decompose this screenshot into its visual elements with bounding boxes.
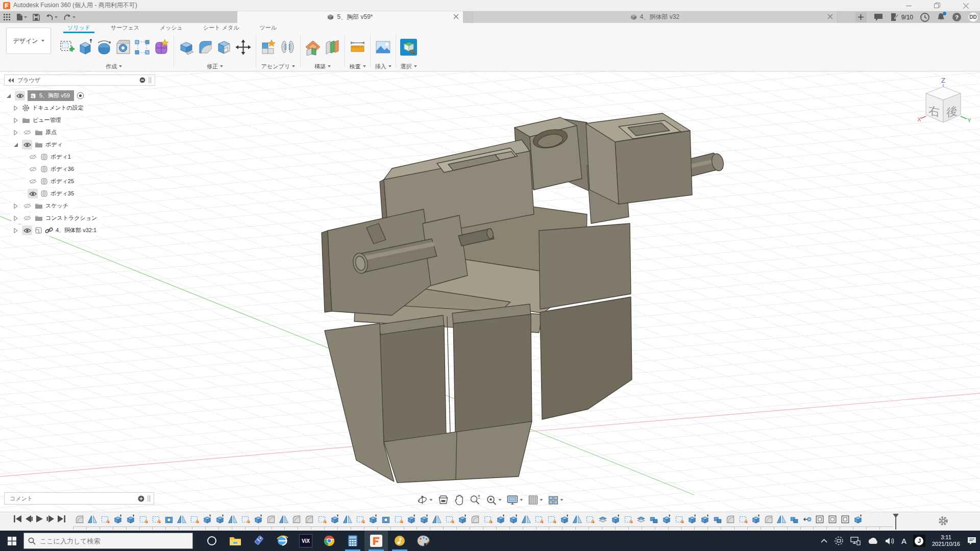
timeline-feature-sketch[interactable] — [99, 514, 111, 525]
group-label-construct[interactable]: 構築 — [314, 62, 331, 71]
timeline-feature-sketch[interactable] — [315, 514, 328, 525]
insert-image-icon[interactable] — [375, 39, 391, 56]
new-tab-button[interactable] — [855, 12, 867, 22]
timeline-feature-sketch[interactable] — [622, 514, 634, 525]
timeline-feature-fillet[interactable] — [73, 514, 86, 525]
undo-button[interactable] — [45, 14, 58, 21]
restore-button[interactable] — [923, 0, 951, 11]
timeline-feature-extrude[interactable] — [201, 514, 213, 525]
timeline-feature-component[interactable] — [813, 514, 826, 525]
joint-icon[interactable] — [279, 39, 296, 56]
timeline-feature-sketch[interactable] — [443, 514, 456, 525]
expanded-triangle-icon[interactable] — [6, 93, 11, 98]
grid-settings[interactable] — [528, 495, 543, 505]
timeline-ruler[interactable] — [73, 527, 893, 530]
tree-row-construction[interactable]: コンストラクション — [11, 212, 101, 224]
tray-virtual-desktop-icon[interactable] — [834, 536, 844, 545]
timeline-feature-extrude[interactable] — [405, 514, 418, 525]
visibility-eye-icon[interactable] — [22, 140, 32, 149]
collapsed-triangle-icon[interactable] — [14, 216, 18, 221]
ribbon-tab-surface[interactable]: サーフェス — [101, 23, 150, 32]
timeline-feature-extrude[interactable] — [328, 514, 341, 525]
collapsed-triangle-icon[interactable] — [14, 228, 18, 233]
ribbon-tab-sheetmetal[interactable]: シート メタル — [193, 23, 249, 32]
visibility-eye-off-icon[interactable] — [22, 201, 32, 211]
timeline-feature-hole[interactable] — [162, 514, 175, 525]
timeline-feature-extrude[interactable] — [558, 514, 571, 525]
collapse-panel-icon[interactable] — [8, 78, 14, 83]
start-button[interactable] — [0, 531, 23, 551]
taskbar-clock[interactable]: 3:11 2021/10/16 — [932, 534, 960, 547]
timeline-feature-extrude[interactable] — [685, 514, 698, 525]
pan-tool[interactable] — [454, 494, 464, 506]
timeline-feature-sketch[interactable] — [481, 514, 494, 525]
fillet-icon[interactable] — [197, 39, 214, 56]
visibility-eye-icon[interactable] — [15, 91, 25, 101]
panel-grip-icon[interactable] — [148, 495, 151, 502]
timeline-go-start-button[interactable] — [13, 515, 22, 523]
timeline-feature-sketch[interactable] — [545, 514, 558, 525]
job-status-clock-icon[interactable] — [920, 13, 929, 22]
timeline-feature-mirror[interactable] — [341, 514, 354, 525]
timeline-feature-extrude[interactable] — [124, 514, 137, 525]
fit-tool[interactable] — [486, 494, 502, 506]
timeline-feature-sketch[interactable] — [137, 514, 150, 525]
look-at-tool[interactable] — [438, 495, 449, 505]
timeline-feature-extrude[interactable] — [609, 514, 622, 525]
measure-icon[interactable] — [349, 39, 366, 56]
timeline-feature-fillet[interactable] — [469, 514, 481, 525]
timeline-feature-extrude[interactable] — [418, 514, 430, 525]
hole-icon[interactable] — [115, 39, 132, 56]
display-settings[interactable] — [507, 495, 523, 505]
visibility-eye-icon[interactable] — [28, 189, 38, 198]
ribbon-tab-solid[interactable]: ソリッド — [57, 23, 101, 32]
visibility-eye-off-icon[interactable] — [22, 128, 32, 137]
ribbon-tab-mesh[interactable]: メッシュ — [150, 23, 193, 32]
document-limit-badge[interactable]: 9/10 — [890, 13, 913, 21]
timeline-feature-extrude[interactable] — [111, 514, 124, 525]
tree-row-bodies[interactable]: ボディ — [11, 139, 67, 151]
timeline-feature-mirror[interactable] — [430, 514, 443, 525]
timeline-feature-extrude[interactable] — [252, 514, 264, 525]
visibility-eye-off-icon[interactable] — [28, 177, 38, 186]
tree-row-linked-component[interactable]: 4、胴体部 v32:1 — [11, 224, 101, 236]
timeline-playhead-marker[interactable] — [892, 513, 899, 530]
tray-hidden-icons-chevron[interactable] — [821, 539, 827, 543]
timeline-step-forward-button[interactable] — [46, 515, 54, 523]
model-body[interactable] — [322, 113, 725, 483]
timeline-feature-mirror[interactable] — [277, 514, 290, 525]
timeline-feature-sketch[interactable] — [673, 514, 685, 525]
tree-row-body36[interactable]: ボディ36 — [27, 163, 78, 175]
tree-row-document-settings[interactable]: ドキュメントの設定 — [11, 102, 88, 114]
timeline-feature-mirror[interactable] — [175, 514, 188, 525]
collapsed-triangle-icon[interactable] — [14, 106, 18, 111]
tab-document-inactive[interactable]: 4、胴体部 v32 — [472, 11, 838, 23]
construction-plane-icon[interactable] — [305, 39, 322, 56]
timeline-feature-extrude[interactable] — [660, 514, 673, 525]
group-label-select[interactable]: 選択 — [401, 62, 417, 71]
tree-row-body35[interactable]: ボディ35 — [27, 188, 78, 199]
taskbar-chrome-button[interactable] — [317, 531, 341, 551]
timeline-feature-sketch[interactable] — [532, 514, 545, 525]
zoom-tool[interactable] — [470, 494, 481, 506]
tray-volume-icon[interactable] — [885, 537, 895, 545]
panel-minimize-icon[interactable] — [139, 77, 145, 83]
timeline-feature-mirror[interactable] — [571, 514, 583, 525]
pattern-icon[interactable] — [134, 39, 151, 56]
tree-row-origin[interactable]: 原点 — [11, 127, 61, 138]
timeline-play-button[interactable] — [36, 515, 43, 523]
taskbar-search-box[interactable] — [23, 533, 193, 549]
timeline-feature-extrude[interactable] — [851, 514, 864, 525]
user-avatar[interactable]: DD — [968, 12, 978, 22]
timeline-feature-fillet[interactable] — [724, 514, 737, 525]
timeline-feature-sketch[interactable] — [150, 514, 162, 525]
visibility-eye-off-icon[interactable] — [28, 152, 38, 162]
group-label-modify[interactable]: 修正 — [207, 62, 223, 71]
collapsed-triangle-icon[interactable] — [14, 130, 18, 135]
tree-row-named-views[interactable]: ビュー管理 — [11, 114, 65, 126]
add-comment-icon[interactable] — [138, 495, 144, 502]
timeline-feature-sketch[interactable] — [239, 514, 252, 525]
tray-app-icon[interactable]: J — [913, 535, 925, 547]
ribbon-tab-tools[interactable]: ツール — [249, 23, 287, 32]
timeline-feature-combine[interactable] — [647, 514, 660, 525]
